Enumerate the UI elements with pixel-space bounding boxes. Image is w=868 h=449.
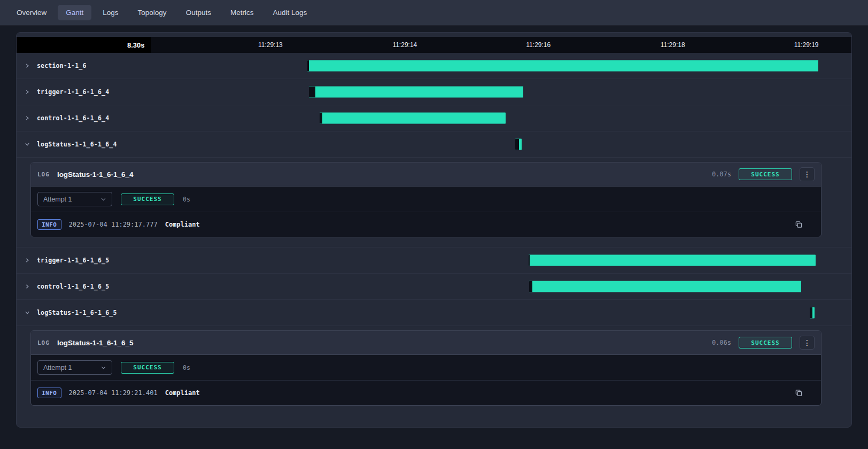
step-duration: 0.06s xyxy=(712,339,731,346)
gantt-bar[interactable] xyxy=(515,139,522,150)
chevron-right-icon xyxy=(25,284,30,289)
gantt-row-group: logStatus-1-1_6-1_6_4 LOG logStatus-1-1_… xyxy=(17,131,851,247)
log-type-label: LOG xyxy=(37,339,50,346)
gantt-bar-queue-segment xyxy=(810,307,812,319)
log-level-badge: INFO xyxy=(37,388,61,398)
tab-logs[interactable]: Logs xyxy=(95,5,126,20)
gantt-row: control-1-1_6-1_6_5 xyxy=(17,274,851,300)
gantt-row: logStatus-1-1_6-1_6_5 xyxy=(17,300,851,326)
attempt-dropdown-value: Attempt 1 xyxy=(43,364,72,371)
gantt-row-toggle[interactable]: trigger-1-1_6-1_6_4 xyxy=(17,79,109,105)
gantt-panel: 8.30s 11:29:13 11:29:14 11:29:16 11:29:1… xyxy=(16,32,852,428)
log-panel: LOG logStatus-1-1_6-1_6_4 0.07s SUCCESS … xyxy=(30,162,821,237)
gantt-bar[interactable] xyxy=(307,60,818,72)
gantt-row-label: trigger-1-1_6-1_6_4 xyxy=(37,88,109,96)
time-tick: 11:29:16 xyxy=(526,37,551,53)
log-timestamp: 2025-07-04 11:29:21.401 xyxy=(69,389,158,397)
more-options-button[interactable]: ⋮ xyxy=(800,336,815,350)
time-tick: 11:29:13 xyxy=(258,37,283,53)
gantt-row: logStatus-1-1_6-1_6_4 xyxy=(17,131,851,158)
gantt-row-label: trigger-1-1_6-1_6_5 xyxy=(37,257,109,264)
log-panel-header: LOG logStatus-1-1_6-1_6_5 0.06s SUCCESS … xyxy=(31,331,821,355)
time-tick: 11:29:18 xyxy=(661,37,685,53)
chevron-right-icon xyxy=(25,115,30,121)
gantt-bar-queue-segment xyxy=(529,281,532,292)
log-panel-header: LOG logStatus-1-1_6-1_6_4 0.07s SUCCESS … xyxy=(31,162,821,187)
gantt-row: trigger-1-1_6-1_6_5 xyxy=(17,247,851,274)
more-options-button[interactable]: ⋮ xyxy=(800,167,815,181)
log-timestamp: 2025-07-04 11:29:17.777 xyxy=(69,221,158,228)
copy-icon[interactable] xyxy=(795,389,803,397)
gantt-bar-queue-segment xyxy=(320,113,322,124)
copy-icon[interactable] xyxy=(795,221,803,229)
attempt-dropdown[interactable]: Attempt 1 xyxy=(37,192,112,206)
gantt-bar[interactable] xyxy=(529,255,816,266)
chevron-down-icon xyxy=(100,196,106,202)
chevron-right-icon xyxy=(25,258,30,263)
gantt-row-toggle[interactable]: logStatus-1-1_6-1_6_4 xyxy=(17,131,117,157)
gantt-row: trigger-1-1_6-1_6_4 xyxy=(17,79,851,105)
gantt-bar-queue-segment xyxy=(529,255,530,266)
gantt-bar[interactable] xyxy=(529,281,801,292)
tab-topology[interactable]: Topology xyxy=(130,5,175,20)
tab-outputs[interactable]: Outputs xyxy=(178,5,219,20)
gantt-row-toggle[interactable]: control-1-1_6-1_6_4 xyxy=(17,105,109,131)
gantt-bar[interactable] xyxy=(309,87,523,98)
chevron-down-icon xyxy=(25,310,30,315)
gantt-row-toggle[interactable]: section-1-1_6 xyxy=(17,53,87,79)
log-level-badge: INFO xyxy=(37,219,61,230)
attempt-row: Attempt 1 SUCCESS 0s xyxy=(31,355,821,381)
gantt-bar-queue-segment xyxy=(515,139,519,150)
gantt-row: section-1-1_6 xyxy=(17,53,851,79)
attempt-dropdown[interactable]: Attempt 1 xyxy=(37,360,112,375)
gantt-row-label: logStatus-1-1_6-1_6_4 xyxy=(37,141,117,148)
log-message: Compliant xyxy=(165,221,200,228)
tab-overview[interactable]: Overview xyxy=(9,5,55,20)
gantt-bar[interactable] xyxy=(810,307,815,319)
status-badge: SUCCESS xyxy=(739,337,792,349)
attempt-duration: 0s xyxy=(183,196,190,203)
tab-audit-logs[interactable]: Audit Logs xyxy=(265,5,315,20)
log-panel-title: logStatus-1-1_6-1_6_5 xyxy=(57,339,134,347)
chevron-right-icon xyxy=(25,63,30,68)
gantt-bar-queue-segment xyxy=(307,60,309,72)
tab-gantt[interactable]: Gantt xyxy=(58,5,91,20)
log-line: INFO 2025-07-04 11:29:21.401 Compliant xyxy=(31,381,821,405)
log-panel: LOG logStatus-1-1_6-1_6_5 0.06s SUCCESS … xyxy=(30,330,821,406)
gantt-chart: section-1-1_6 trigger-1-1_6-1_6_4 contro… xyxy=(17,53,851,406)
tab-metrics[interactable]: Metrics xyxy=(222,5,262,20)
chevron-down-icon xyxy=(100,365,106,370)
gantt-row: control-1-1_6-1_6_4 xyxy=(17,105,851,131)
attempt-duration: 0s xyxy=(183,364,190,371)
attempt-status-badge: SUCCESS xyxy=(121,193,174,205)
attempt-row: Attempt 1 SUCCESS 0s xyxy=(31,187,821,212)
total-duration-label: 8.30s xyxy=(17,37,151,53)
log-type-label: LOG xyxy=(37,171,50,178)
gantt-row-group: logStatus-1-1_6-1_6_5 LOG logStatus-1-1_… xyxy=(17,300,851,406)
gantt-row-label: control-1-1_6-1_6_5 xyxy=(37,283,109,290)
gantt-row-toggle[interactable]: logStatus-1-1_6-1_6_5 xyxy=(17,300,117,326)
chevron-right-icon xyxy=(25,89,30,95)
log-message: Compliant xyxy=(165,389,200,397)
attempt-status-badge: SUCCESS xyxy=(121,362,174,374)
gantt-row-label: section-1-1_6 xyxy=(37,62,87,69)
gantt-row-toggle[interactable]: control-1-1_6-1_6_5 xyxy=(17,274,109,299)
gantt-row-label: logStatus-1-1_6-1_6_5 xyxy=(37,309,117,316)
time-tick: 11:29:19 xyxy=(794,37,819,53)
gantt-row-label: control-1-1_6-1_6_4 xyxy=(37,114,109,122)
gantt-bar[interactable] xyxy=(320,113,506,124)
attempt-dropdown-value: Attempt 1 xyxy=(43,196,72,203)
gantt-row-toggle[interactable]: trigger-1-1_6-1_6_5 xyxy=(17,247,109,273)
step-duration: 0.07s xyxy=(712,171,731,178)
status-badge: SUCCESS xyxy=(739,168,792,180)
time-tick: 11:29:14 xyxy=(392,37,417,53)
top-nav: Overview Gantt Logs Topology Outputs Met… xyxy=(0,0,868,26)
gantt-bar-queue-segment xyxy=(309,87,315,98)
log-panel-title: logStatus-1-1_6-1_6_4 xyxy=(57,171,134,179)
timeline-header: 8.30s 11:29:13 11:29:14 11:29:16 11:29:1… xyxy=(17,37,851,53)
log-line: INFO 2025-07-04 11:29:17.777 Compliant xyxy=(31,212,821,237)
chevron-down-icon xyxy=(25,142,30,147)
